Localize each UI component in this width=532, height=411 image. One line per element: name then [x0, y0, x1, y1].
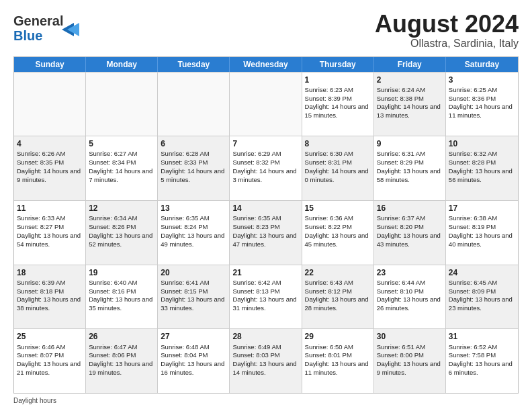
- daylight-text: Daylight: 14 hours and 9 minutes.: [17, 167, 83, 185]
- sunrise-text: Sunrise: 6:52 AM: [449, 343, 515, 352]
- calendar-cell: 3Sunrise: 6:25 AMSunset: 8:36 PMDaylight…: [446, 73, 518, 136]
- empty-cell: [14, 73, 86, 136]
- calendar-week: 11Sunrise: 6:33 AMSunset: 8:27 PMDayligh…: [14, 200, 518, 265]
- daylight-text: Daylight: 13 hours and 47 minutes.: [232, 232, 298, 249]
- calendar-cell: 8Sunrise: 6:30 AMSunset: 8:31 PMDaylight…: [302, 136, 374, 200]
- daylight-text: Daylight: 13 hours and 54 minutes.: [17, 232, 83, 249]
- calendar-cell: 12Sunrise: 6:34 AMSunset: 8:26 PMDayligh…: [86, 201, 158, 265]
- calendar-cell: 9Sunrise: 6:31 AMSunset: 8:29 PMDaylight…: [374, 136, 446, 200]
- calendar-cell: 24Sunrise: 6:45 AMSunset: 8:09 PMDayligh…: [446, 265, 518, 329]
- weekday-header: Thursday: [302, 57, 374, 72]
- sunrise-text: Sunrise: 6:42 AM: [232, 279, 298, 287]
- sunrise-text: Sunrise: 6:36 AM: [305, 214, 371, 223]
- title-block: August 2024 Ollastra, Sardinia, Italy: [375, 11, 519, 50]
- calendar-cell: 31Sunrise: 6:52 AMSunset: 7:58 PMDayligh…: [446, 329, 518, 393]
- calendar-cell: 27Sunrise: 6:48 AMSunset: 8:04 PMDayligh…: [158, 329, 230, 393]
- day-number: 9: [377, 138, 443, 149]
- daylight-text: Daylight: 13 hours and 11 minutes.: [305, 360, 371, 377]
- sunset-text: Sunset: 8:27 PM: [17, 223, 83, 232]
- daylight-text: Daylight: 13 hours and 38 minutes.: [17, 295, 83, 313]
- calendar-cell: 23Sunrise: 6:44 AMSunset: 8:10 PMDayligh…: [374, 265, 446, 329]
- logo: General Blue: [13, 11, 87, 47]
- sunset-text: Sunset: 8:32 PM: [232, 158, 298, 167]
- sunset-text: Sunset: 8:10 PM: [377, 287, 443, 296]
- day-number: 20: [161, 267, 226, 278]
- calendar-week: 1Sunrise: 6:23 AMSunset: 8:39 PMDaylight…: [14, 72, 518, 136]
- sunset-text: Sunset: 8:13 PM: [232, 287, 298, 296]
- daylight-text: Daylight: 14 hours and 15 minutes.: [305, 103, 371, 120]
- sunrise-text: Sunrise: 6:33 AM: [17, 214, 83, 223]
- daylight-text: Daylight: 13 hours and 21 minutes.: [17, 360, 83, 377]
- footer-text: Daylight hours: [13, 397, 56, 404]
- sunrise-text: Sunrise: 6:32 AM: [449, 150, 515, 158]
- weekday-header: Friday: [374, 57, 446, 72]
- calendar-cell: 30Sunrise: 6:51 AMSunset: 8:00 PMDayligh…: [374, 329, 446, 393]
- sunrise-text: Sunrise: 6:48 AM: [161, 343, 226, 352]
- footer: Daylight hours: [13, 397, 519, 404]
- day-number: 19: [89, 267, 154, 278]
- calendar-cell: 2Sunrise: 6:24 AMSunset: 8:38 PMDaylight…: [374, 73, 446, 136]
- daylight-text: Daylight: 13 hours and 40 minutes.: [449, 232, 515, 249]
- sunrise-text: Sunrise: 6:50 AM: [305, 343, 371, 352]
- calendar-cell: 6Sunrise: 6:28 AMSunset: 8:33 PMDaylight…: [158, 136, 230, 200]
- svg-text:Blue: Blue: [13, 28, 42, 43]
- calendar-cell: 17Sunrise: 6:38 AMSunset: 8:19 PMDayligh…: [446, 201, 518, 265]
- sunset-text: Sunset: 8:39 PM: [305, 95, 371, 103]
- calendar-cell: 18Sunrise: 6:39 AMSunset: 8:18 PMDayligh…: [14, 265, 86, 329]
- calendar-cell: 10Sunrise: 6:32 AMSunset: 8:28 PMDayligh…: [446, 136, 518, 200]
- sunrise-text: Sunrise: 6:28 AM: [161, 150, 226, 158]
- day-number: 16: [377, 203, 443, 214]
- day-number: 23: [377, 267, 443, 278]
- sunrise-text: Sunrise: 6:27 AM: [89, 150, 154, 158]
- sunset-text: Sunset: 8:31 PM: [305, 158, 371, 167]
- daylight-text: Daylight: 13 hours and 9 minutes.: [377, 360, 443, 377]
- sunset-text: Sunset: 8:00 PM: [377, 351, 443, 360]
- calendar-cell: 29Sunrise: 6:50 AMSunset: 8:01 PMDayligh…: [302, 329, 374, 393]
- logo-text: General Blue: [13, 11, 87, 47]
- sunset-text: Sunset: 8:20 PM: [377, 223, 443, 232]
- day-number: 3: [449, 75, 515, 85]
- day-number: 29: [305, 331, 371, 342]
- day-number: 1: [305, 75, 371, 85]
- day-number: 11: [17, 203, 83, 214]
- sunset-text: Sunset: 8:01 PM: [305, 351, 371, 360]
- calendar-title: August 2024: [375, 11, 519, 38]
- daylight-text: Daylight: 13 hours and 31 minutes.: [232, 295, 298, 313]
- sunrise-text: Sunrise: 6:47 AM: [89, 343, 154, 352]
- calendar-cell: 15Sunrise: 6:36 AMSunset: 8:22 PMDayligh…: [302, 201, 374, 265]
- calendar-week: 4Sunrise: 6:26 AMSunset: 8:35 PMDaylight…: [14, 136, 518, 200]
- calendar-cell: 28Sunrise: 6:49 AMSunset: 8:03 PMDayligh…: [230, 329, 302, 393]
- day-number: 14: [232, 203, 298, 214]
- weekday-header: Saturday: [446, 57, 518, 72]
- day-number: 28: [232, 331, 298, 342]
- sunset-text: Sunset: 8:04 PM: [161, 351, 226, 360]
- day-number: 21: [232, 267, 298, 278]
- page: General Blue August 2024 Ollastra, Sardi…: [0, 0, 532, 411]
- sunrise-text: Sunrise: 6:51 AM: [377, 343, 443, 352]
- daylight-text: Daylight: 13 hours and 56 minutes.: [449, 167, 515, 185]
- calendar-cell: 14Sunrise: 6:35 AMSunset: 8:23 PMDayligh…: [230, 201, 302, 265]
- sunset-text: Sunset: 8:23 PM: [232, 223, 298, 232]
- sunrise-text: Sunrise: 6:43 AM: [305, 279, 371, 287]
- sunrise-text: Sunrise: 6:35 AM: [232, 214, 298, 223]
- calendar-cell: 5Sunrise: 6:27 AMSunset: 8:34 PMDaylight…: [86, 136, 158, 200]
- sunset-text: Sunset: 8:07 PM: [17, 351, 83, 360]
- weekday-header: Wednesday: [230, 57, 302, 72]
- sunset-text: Sunset: 8:35 PM: [17, 158, 83, 167]
- weekday-header: Tuesday: [158, 57, 230, 72]
- sunset-text: Sunset: 8:03 PM: [232, 351, 298, 360]
- day-number: 17: [449, 203, 515, 214]
- sunset-text: Sunset: 8:24 PM: [161, 223, 226, 232]
- sunset-text: Sunset: 8:18 PM: [17, 287, 83, 296]
- sunset-text: Sunset: 8:34 PM: [89, 158, 154, 167]
- sunrise-text: Sunrise: 6:34 AM: [89, 214, 154, 223]
- sunset-text: Sunset: 8:06 PM: [89, 351, 154, 360]
- sunset-text: Sunset: 8:33 PM: [161, 158, 226, 167]
- svg-text:General: General: [13, 13, 63, 28]
- sunrise-text: Sunrise: 6:30 AM: [305, 150, 371, 158]
- sunrise-text: Sunrise: 6:38 AM: [449, 214, 515, 223]
- daylight-text: Daylight: 13 hours and 33 minutes.: [161, 295, 226, 313]
- calendar-body: 1Sunrise: 6:23 AMSunset: 8:39 PMDaylight…: [14, 72, 518, 393]
- calendar-cell: 20Sunrise: 6:41 AMSunset: 8:15 PMDayligh…: [158, 265, 230, 329]
- calendar-cell: 22Sunrise: 6:43 AMSunset: 8:12 PMDayligh…: [302, 265, 374, 329]
